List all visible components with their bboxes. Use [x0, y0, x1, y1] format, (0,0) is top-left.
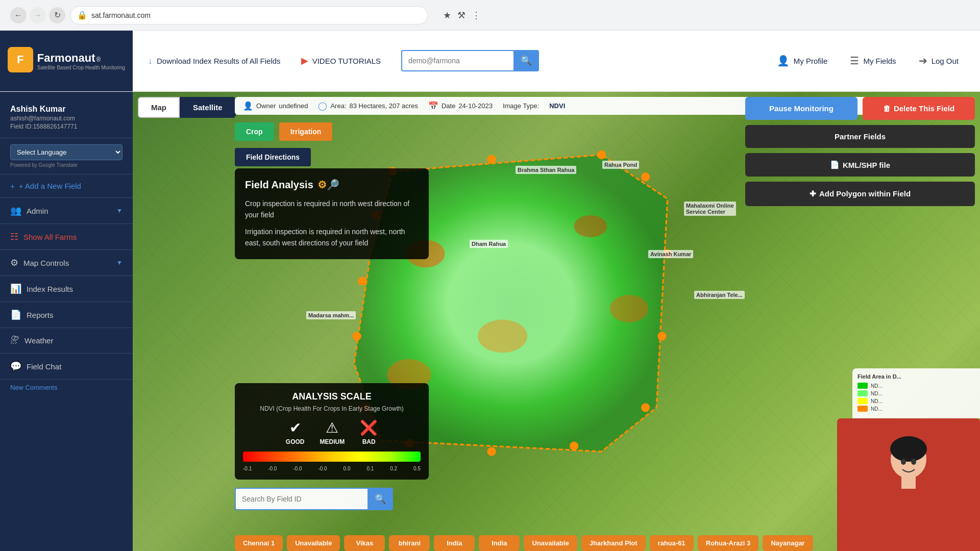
video-icon: ▶ — [301, 55, 308, 66]
svg-point-17 — [353, 332, 361, 340]
search-button[interactable]: 🔍 — [513, 50, 539, 71]
medium-label: MEDIUM — [320, 438, 345, 445]
add-new-field-button[interactable]: + + Add a New Field — [0, 174, 133, 198]
legend-title: Field Area in D... — [857, 373, 975, 380]
video-person — [837, 418, 980, 551]
svg-point-13 — [570, 442, 578, 450]
pause-monitoring-button[interactable]: Pause Monitoring — [745, 97, 857, 120]
irrigation-button[interactable]: Irrigation — [279, 122, 333, 141]
index-results-button[interactable]: 📊 Index Results — [0, 276, 133, 302]
demo-search-input[interactable] — [401, 50, 513, 71]
new-comments: New Comments — [0, 380, 133, 398]
date-value: 24-10-2023 — [458, 102, 493, 110]
logo-name: Farmonaut — [37, 52, 95, 65]
video-overlay — [837, 418, 980, 551]
admin-button[interactable]: 👥 Admin ▼ — [0, 198, 133, 224]
my-profile-button[interactable]: 👤 My Profile — [771, 51, 834, 71]
back-button[interactable]: ← — [10, 7, 27, 23]
index-results-icon: 📊 — [10, 283, 21, 294]
scale-bar — [243, 452, 421, 462]
field-chip[interactable]: India — [479, 535, 520, 551]
map-controls-arrow-icon: ▼ — [116, 259, 122, 266]
field-chip[interactable]: Nayanagar — [763, 535, 813, 551]
field-id-search-input[interactable] — [235, 488, 368, 510]
user-email: ashish@farmonaut.com — [10, 115, 122, 122]
field-id-search-button[interactable]: 🔍 — [368, 488, 393, 510]
owner-label: Owner — [256, 102, 276, 110]
address-bar[interactable]: 🔒 sat.farmonaut.com — [70, 6, 428, 24]
svg-point-11 — [657, 332, 666, 340]
forward-button[interactable]: → — [30, 7, 46, 23]
area-icon: ◯ — [318, 101, 327, 111]
user-name: Ashish Kumar — [10, 105, 122, 114]
field-chip[interactable]: Chennai 1 — [235, 535, 283, 551]
profile-icon: 👤 — [777, 55, 790, 67]
user-info: Ashish Kumar ashish@farmonaut.com Field … — [0, 99, 133, 138]
field-chip[interactable]: bhirani — [389, 535, 430, 551]
analysis-scale-panel: ANALYSIS SCALE NDVI (Crop Health For Cro… — [235, 383, 429, 480]
svg-point-9 — [641, 172, 650, 181]
satellite-tab[interactable]: Satellite — [180, 97, 236, 118]
ndvi-label: NDVI — [549, 102, 565, 110]
scale-numbers: -0.1 -0.0 -0.0 -0.0 0.0 0.1 0.2 0.5 — [243, 466, 421, 471]
show-all-farms-button[interactable]: ☷ Show All Farms — [0, 224, 133, 250]
field-analysis-title-text: Field Analysis — [245, 179, 313, 191]
svg-point-14 — [487, 447, 496, 456]
field-chip[interactable]: Unavailable — [524, 535, 577, 551]
svg-point-2 — [478, 320, 527, 353]
my-fields-button[interactable]: ☰ My Fields — [844, 51, 902, 71]
reports-button[interactable]: 📄 Reports — [0, 302, 133, 328]
bookmark-icon[interactable]: ★ — [443, 10, 451, 21]
logo-area: F Farmonaut ® Satellite Based Crop Healt… — [0, 30, 133, 91]
field-chip[interactable]: Rohua-Arazi 3 — [698, 535, 758, 551]
weather-icon: ⛈ — [10, 335, 19, 346]
field-analysis-panel: Field Analysis ⚙🔎 Crop inspection is req… — [235, 168, 429, 259]
bad-icon: ❌ — [360, 419, 378, 436]
date-icon: 📅 — [428, 101, 438, 111]
add-icon: + — [10, 182, 15, 190]
area-value: 83 Hectares, 207 acres — [350, 102, 418, 110]
bad-label: BAD — [362, 438, 376, 445]
add-polygon-button[interactable]: ✚ Add Polygon within Field — [745, 182, 975, 206]
menu-icon[interactable]: ⋮ — [472, 10, 481, 21]
map-tabs: Map Satellite — [138, 97, 236, 118]
weather-button[interactable]: ⛈ Weather — [0, 328, 133, 354]
field-chip[interactable]: Vikas — [344, 535, 385, 551]
svg-point-25 — [901, 459, 906, 465]
chat-icon: 💬 — [10, 361, 21, 372]
kml-shp-button[interactable]: 📄 KML/SHP file — [745, 153, 975, 177]
partner-fields-button[interactable]: Partner Fields — [745, 125, 975, 148]
field-chip[interactable]: Jharkhand Plot — [581, 535, 646, 551]
field-chip[interactable]: rahua-61 — [650, 535, 694, 551]
svg-point-18 — [358, 277, 366, 286]
log-out-button[interactable]: ➔ Log Out — [913, 51, 965, 71]
map-tab[interactable]: Map — [138, 97, 180, 118]
reports-icon: 📄 — [10, 309, 21, 320]
area-label: Area: — [330, 102, 346, 110]
download-icon: ↓ — [148, 56, 153, 66]
map-controls-button[interactable]: ⚙ Map Controls ▼ — [0, 250, 133, 276]
date-label: Date — [442, 102, 455, 110]
legend-item-1: ND... — [871, 383, 883, 389]
svg-point-12 — [641, 403, 650, 412]
extensions-icon[interactable]: ⚒ — [457, 10, 465, 21]
language-select[interactable]: Select Language — [10, 144, 122, 160]
action-bar: Crop Irrigation — [235, 122, 332, 141]
svg-point-26 — [911, 459, 916, 465]
language-selector[interactable]: Select Language Powered by Google Transl… — [0, 138, 133, 174]
field-chat-button[interactable]: 💬 Field Chat — [0, 354, 133, 380]
svg-point-3 — [574, 215, 607, 237]
field-id-display: Field ID:1588826147771 — [10, 123, 122, 130]
reload-button[interactable]: ↻ — [49, 7, 65, 23]
delete-field-button[interactable]: 🗑 Delete This Field — [863, 97, 975, 120]
svg-point-22 — [890, 436, 927, 462]
download-button[interactable]: ↓ Download Index Results of All Fields — [148, 56, 281, 66]
field-directions-button[interactable]: Field Directions — [235, 148, 311, 166]
polygon-icon: ✚ — [810, 189, 816, 199]
field-chip[interactable]: Unavailable — [287, 535, 340, 551]
video-tutorials-button[interactable]: ▶ VIDEO TUTORIALS — [301, 55, 381, 66]
svg-point-5 — [610, 295, 648, 322]
crop-button[interactable]: Crop — [235, 122, 274, 141]
legend-item-4: ND... — [871, 406, 883, 412]
field-chip[interactable]: India — [434, 535, 475, 551]
